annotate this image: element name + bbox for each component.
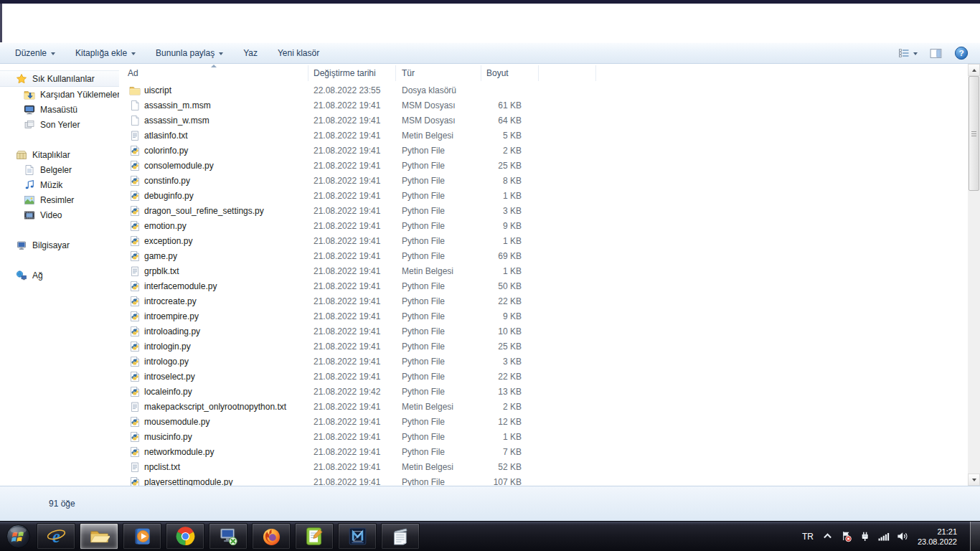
taskbar-button-m-tool[interactable] xyxy=(338,523,377,550)
dropdown-arrow-icon xyxy=(219,52,223,55)
file-row[interactable]: introselect.py21.08.2022 19:41Python Fil… xyxy=(119,369,968,384)
sidebar-item-computer[interactable]: Bilgisayar xyxy=(0,237,119,253)
file-type: Python File xyxy=(396,372,481,382)
volume-icon[interactable] xyxy=(896,530,908,542)
taskbar-button-media-player[interactable] xyxy=(123,523,161,550)
file-name-cell: playersettingmodule.py xyxy=(119,476,308,486)
sidebar-item-network[interactable]: Ağ xyxy=(0,268,119,283)
file-date: 21.08.2022 19:41 xyxy=(308,447,396,457)
file-date: 21.08.2022 19:41 xyxy=(308,357,396,367)
file-row[interactable]: uiscript22.08.2022 23:55Dosya klasörü xyxy=(119,83,968,98)
file-size: 12 KB xyxy=(481,417,539,427)
scroll-up-button[interactable] xyxy=(968,64,980,76)
sidebar-item-label: Sık Kullanılanlar xyxy=(32,74,95,84)
file-row[interactable]: assassin_m.msm21.08.2022 19:41MSM Dosyas… xyxy=(119,98,968,113)
file-row[interactable]: intrologin.py21.08.2022 19:41Python File… xyxy=(119,339,968,354)
hardware-plug-icon[interactable] xyxy=(859,530,871,542)
taskbar-button-remote-desktop[interactable] xyxy=(209,523,248,550)
sidebar-item-document[interactable]: Belgeler xyxy=(0,162,119,177)
file-row[interactable]: debuginfo.py21.08.2022 19:41Python File1… xyxy=(119,188,968,203)
sidebar-item-downloads[interactable]: Karşıdan Yüklemeler xyxy=(0,87,119,102)
file-row[interactable]: consolemodule.py21.08.2022 19:41Python F… xyxy=(119,158,968,173)
file-name: introcreate.py xyxy=(144,296,197,306)
column-header-type[interactable]: Tür xyxy=(396,65,481,81)
file-name: colorinfo.py xyxy=(144,146,188,156)
toolbar-button-1[interactable]: Kitaplığa ekle xyxy=(67,45,143,61)
folder-icon xyxy=(129,85,141,96)
show-desktop-button[interactable] xyxy=(970,522,980,551)
file-row[interactable]: colorinfo.py21.08.2022 19:41Python File2… xyxy=(119,143,968,158)
file-row[interactable]: atlasinfo.txt21.08.2022 19:41Metin Belge… xyxy=(119,128,968,143)
taskbar-button-notepad-plus-plus[interactable] xyxy=(295,523,334,550)
language-indicator[interactable]: TR xyxy=(801,532,815,542)
sidebar-item-picture[interactable]: Resimler xyxy=(0,192,119,207)
taskbar-button-chrome[interactable] xyxy=(166,523,204,550)
file-row[interactable]: intrologo.py21.08.2022 19:41Python File3… xyxy=(119,354,968,369)
taskbar-button-notepad[interactable] xyxy=(381,523,420,550)
file-type: Python File xyxy=(396,311,481,321)
file-row[interactable]: grpblk.txt21.08.2022 19:41Metin Belgesi1… xyxy=(119,263,968,278)
file-size: 22 KB xyxy=(481,296,539,306)
file-row[interactable]: networkmodule.py21.08.2022 19:41Python F… xyxy=(119,444,968,459)
file-row[interactable]: exception.py21.08.2022 19:41Python File1… xyxy=(119,233,968,248)
file-row[interactable]: introempire.py21.08.2022 19:41Python Fil… xyxy=(119,309,968,324)
toolbar-button-2[interactable]: Bununla paylaş xyxy=(148,45,231,61)
file-row[interactable]: emotion.py21.08.2022 19:41Python File9 K… xyxy=(119,218,968,233)
music-icon xyxy=(24,179,35,191)
help-icon[interactable]: ? xyxy=(954,46,969,60)
desktop-icon xyxy=(24,104,35,116)
file-row[interactable]: assassin_w.msm21.08.2022 19:41MSM Dosyas… xyxy=(119,113,968,128)
file-row[interactable]: musicinfo.py21.08.2022 19:41Python File1… xyxy=(119,429,968,444)
start-button[interactable] xyxy=(4,523,32,550)
text-icon xyxy=(129,265,141,277)
file-row[interactable]: interfacemodule.py21.08.2022 19:41Python… xyxy=(119,278,968,293)
file-row[interactable]: npclist.txt21.08.2022 19:41Metin Belgesi… xyxy=(119,459,968,474)
toolbar-button-0[interactable]: Düzenle xyxy=(7,45,63,61)
taskbar-button-windows-explorer[interactable] xyxy=(80,523,118,550)
python-icon xyxy=(129,476,141,486)
show-hidden-icons-button[interactable] xyxy=(821,530,834,542)
notepad-plus-plus-icon xyxy=(304,526,325,547)
vertical-scrollbar[interactable] xyxy=(968,64,980,486)
file-name-cell: consolemodule.py xyxy=(119,160,308,171)
sidebar-item-music[interactable]: Müzik xyxy=(0,177,119,192)
file-row[interactable]: mousemodule.py21.08.2022 19:41Python Fil… xyxy=(119,414,968,429)
file-row[interactable]: introcreate.py21.08.2022 19:41Python Fil… xyxy=(119,293,968,309)
network-signal-icon[interactable] xyxy=(877,530,890,542)
sidebar-item-star[interactable]: Sık Kullanılanlar xyxy=(0,70,119,87)
file-row[interactable]: game.py21.08.2022 19:41Python File69 KB xyxy=(119,248,968,263)
python-icon xyxy=(129,205,141,217)
file-size: 2 KB xyxy=(481,402,539,412)
sidebar-item-desktop[interactable]: Masaüstü xyxy=(0,102,119,117)
file-row[interactable]: constinfo.py21.08.2022 19:41Python File8… xyxy=(119,173,968,188)
sidebar-item-libraries[interactable]: Kitaplıklar xyxy=(0,147,119,162)
toolbar-right: ? xyxy=(897,46,973,60)
file-name: consolemodule.py xyxy=(144,161,214,171)
action-center-flag-icon[interactable] xyxy=(840,530,852,542)
clock[interactable]: 21:21 23.08.2022 xyxy=(918,527,957,547)
file-row[interactable]: localeinfo.py21.08.2022 19:42Python File… xyxy=(119,384,968,399)
file-row[interactable]: playersettingmodule.py21.08.2022 19:41Py… xyxy=(119,474,968,486)
toolbar-button-3[interactable]: Yaz xyxy=(235,45,265,61)
taskbar-button-internet-explorer[interactable]: e xyxy=(37,523,75,550)
column-header-label: Tür xyxy=(402,68,415,78)
change-view-button[interactable] xyxy=(897,47,918,59)
column-header-date[interactable]: Değiştirme tarihi xyxy=(308,65,396,81)
python-icon xyxy=(129,250,141,262)
scrollbar-thumb[interactable] xyxy=(969,76,979,191)
file-row[interactable]: dragon_soul_refine_settings.py21.08.2022… xyxy=(119,203,968,218)
file-size: 3 KB xyxy=(481,206,539,216)
recent-icon xyxy=(24,119,35,131)
toolbar-button-4[interactable]: Yeni klasör xyxy=(270,45,327,61)
file-name-cell: introloading.py xyxy=(119,326,308,337)
column-header-name[interactable]: Ad xyxy=(119,65,308,81)
preview-pane-icon[interactable] xyxy=(929,47,943,60)
sidebar-item-recent[interactable]: Son Yerler xyxy=(0,117,119,132)
windows-explorer-icon xyxy=(89,526,110,547)
column-header-size[interactable]: Boyut xyxy=(481,65,539,81)
sidebar-item-video[interactable]: Video xyxy=(0,207,119,222)
file-row[interactable]: makepackscript_onlyrootnopython.txt21.08… xyxy=(119,399,968,414)
taskbar-button-firefox[interactable] xyxy=(252,523,291,550)
file-row[interactable]: introloading.py21.08.2022 19:41Python Fi… xyxy=(119,324,968,339)
scroll-down-button[interactable] xyxy=(968,474,980,486)
